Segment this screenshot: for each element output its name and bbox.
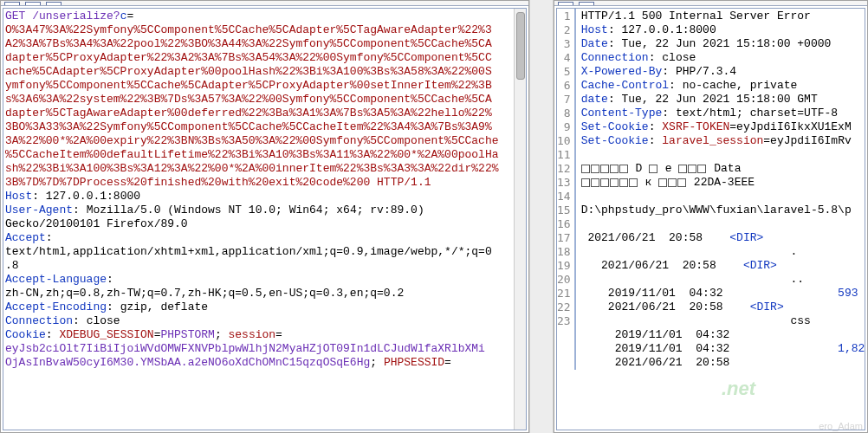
host-key: Host [5, 190, 32, 203]
ua-key: User-Agent [5, 204, 73, 216]
payload-line: 3A%22%00*%2A%00expiry%22%3BN%3Bs%3A50%3A… [5, 134, 499, 147]
line-numbers: 1234567891011121314151617181920212223 [557, 9, 576, 370]
payload-line: 3BO%3A33%3A%22Symfony%5CComponent%5CCach… [5, 120, 492, 133]
payload-line: ymfony%5CComponent%5CCache%5CAdapter%5CP… [5, 79, 492, 92]
request-tabstrip [1, 1, 528, 6]
response-raw[interactable]: HTTP/1.1 500 Internal Server ErrorHost: … [576, 9, 865, 370]
payload-line: ache%5CAdapter%5CProxyAdapter%00poolHash… [5, 65, 492, 78]
vertical-scrollbar[interactable] [514, 9, 526, 430]
payload-line: O%3A47%3A%22Symfony%5CComponent%5CCache%… [5, 23, 492, 36]
tab-placeholder[interactable] [25, 2, 41, 5]
response-pane: 1234567891011121314151617181920212223 HT… [554, 0, 868, 433]
payload-line: s%3A6%3A%22system%22%3B%7Ds%3A57%3A%22%0… [5, 93, 492, 106]
response-tabstrip [554, 1, 867, 6]
payload-line: 3B%7D%7D%7DProcess%20finished%20with%20e… [5, 176, 431, 189]
lang-key: Accept-Language [5, 273, 107, 286]
split-divider[interactable] [529, 0, 554, 433]
enc-key: Accept-Encoding [5, 301, 107, 313]
conn-key: Connection [5, 314, 73, 327]
accept-key: Accept [5, 231, 46, 244]
cookie-key: Cookie [5, 328, 46, 341]
request-method: GET /unserialize? [5, 10, 120, 23]
payload-line: %5CCacheItem%00defaultLifetime%22%3Bi%3A… [5, 148, 499, 161]
payload-line: dapter%5CTagAwareAdapter%00deferred%22%3… [5, 107, 492, 120]
tab-placeholder[interactable] [4, 2, 20, 5]
scroll-thumb[interactable] [516, 12, 525, 80]
tab-placeholder[interactable] [579, 2, 594, 5]
payload-line: dapter%5CProxyAdapter%22%3A2%3A%7Bs%3A54… [5, 51, 492, 64]
request-pane: GET /unserialize?c= O%3A47%3A%22Symfony%… [0, 0, 529, 433]
payload-line: A2%3A%7Bs%3A4%3A%22pool%22%3BO%3A44%3A%2… [5, 37, 492, 50]
tab-placeholder[interactable] [558, 2, 573, 5]
payload-line: sh%22%3Bi%3A100%3Bs%3A12%3A%22%00*%2A%00… [5, 162, 499, 175]
tab-placeholder[interactable] [46, 2, 62, 5]
request-raw[interactable]: GET /unserialize?c= O%3A47%3A%22Symfony%… [3, 9, 526, 371]
